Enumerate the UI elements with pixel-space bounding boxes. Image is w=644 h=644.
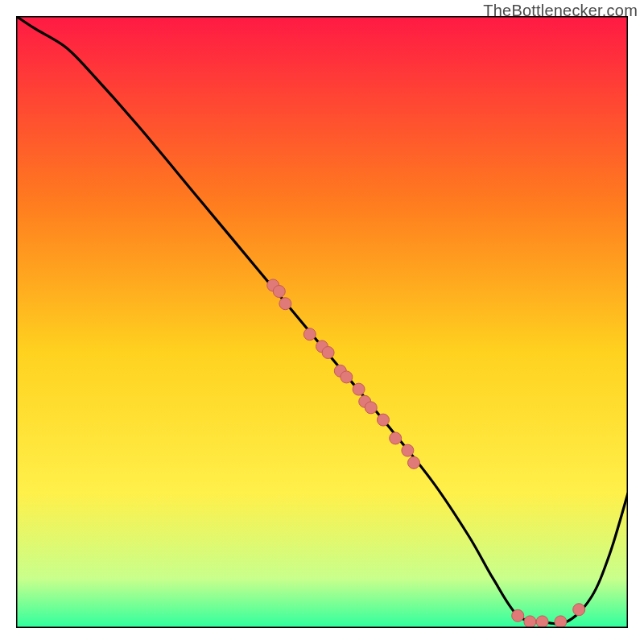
pt-edge-14 [402,444,414,456]
pt-edge-6 [322,347,334,359]
pt-edge-11 [365,402,377,414]
pt-edge-9 [353,383,365,395]
pt-edge-15 [408,456,420,469]
pt-trough-5 [573,604,585,616]
pt-edge-2 [273,286,285,298]
pt-edge-4 [303,328,316,341]
pt-edge-13 [390,432,402,444]
plot-area [16,16,628,628]
pt-trough-2 [524,616,536,628]
gradient-background [16,16,628,628]
pt-trough-3 [536,616,548,628]
pt-trough-4 [555,616,567,628]
pt-edge-3 [279,298,291,310]
chart-stage: TheBottlenecker.com [0,0,644,644]
pt-edge-12 [378,414,390,426]
pt-edge-8 [341,371,353,383]
chart-svg [16,16,628,628]
pt-trough-1 [512,609,524,621]
